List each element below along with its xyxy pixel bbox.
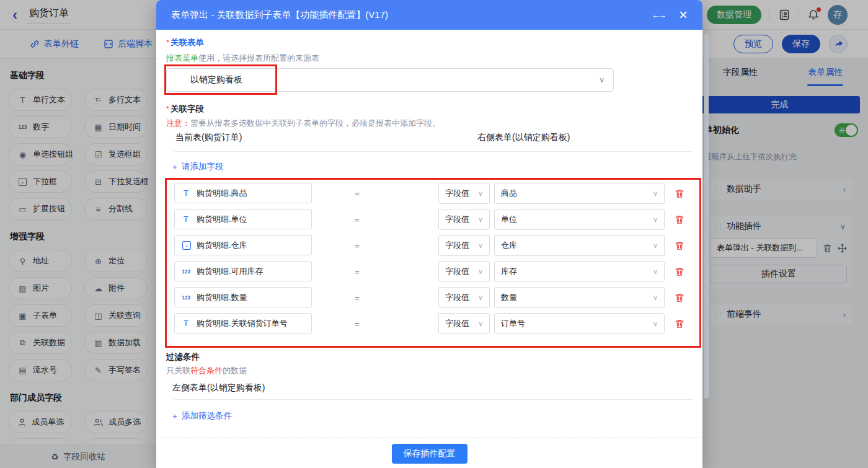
mapping-source-field[interactable]: 123购货明细.可用库存 [174, 261, 312, 281]
mapping-target-select[interactable]: 数量∨ [494, 287, 665, 308]
trash-icon [675, 293, 684, 302]
mapping-mode-select[interactable]: 字段值∨ [438, 313, 490, 334]
trash-icon [675, 241, 684, 250]
hint-red: 符合条件 [190, 366, 223, 375]
note-text: 需要从报表多选数据中关联到子表单的字段，必须是报表中添加字段。 [190, 118, 440, 128]
caret-down-icon: ∨ [478, 268, 483, 276]
plus-icon: + [172, 412, 177, 421]
select-value: 字段值 [445, 266, 469, 277]
equals-sign: = [351, 261, 363, 282]
source-field-label: 购货明细.可用库存 [197, 266, 264, 277]
filter-hint: 只关联符合条件的数据 [166, 365, 247, 376]
select-value: 数量 [501, 292, 517, 303]
equals-sign: = [351, 287, 363, 308]
field-mapping-row: T购货明细.商品=字段值∨商品∨ [156, 183, 702, 204]
caret-down-icon: ∨ [653, 294, 658, 302]
delete-row-button[interactable] [675, 209, 684, 230]
select-value: 字段值 [445, 292, 469, 303]
select-value: 仓库 [501, 240, 517, 251]
related-form-hint: 报表菜单使用，请选择报表所配置的来源表 [166, 53, 319, 64]
mapping-target-select[interactable]: 商品∨ [494, 183, 665, 204]
select-field-icon: ⌄ [182, 241, 191, 250]
select-value: 字段值 [445, 214, 469, 225]
text-field-icon: T [181, 319, 191, 328]
trash-icon [675, 214, 684, 224]
current-table-header: 当前表(购货订单) [175, 132, 242, 143]
trash-icon [675, 267, 684, 276]
scrollbar-thumb[interactable] [704, 34, 709, 399]
related-fields-label: *关联字段 [166, 104, 204, 115]
number-field-icon: 123 [181, 268, 191, 275]
caret-down-icon: ∨ [478, 216, 483, 224]
caret-down-icon: ∨ [478, 190, 483, 198]
select-value: 字段值 [445, 188, 469, 199]
caret-down-icon: ∨ [599, 76, 604, 84]
mapping-target-select[interactable]: 订单号∨ [494, 313, 665, 334]
caret-down-icon: ∨ [653, 268, 658, 276]
add-field-link[interactable]: +请添加字段 [172, 161, 223, 172]
add-filter-link[interactable]: +添加筛选条件 [172, 410, 232, 422]
trash-icon [675, 188, 684, 198]
left-form-header: 左侧表单(以销定购看板) [172, 382, 265, 394]
equals-sign: = [351, 313, 363, 334]
equals-sign: = [351, 209, 363, 230]
trash-icon [675, 319, 684, 329]
required-star: * [166, 38, 169, 47]
expand-horizontal-icon[interactable]: ←→ [652, 10, 664, 20]
source-field-label: 购货明细.数量 [197, 292, 247, 303]
filter-divider [174, 399, 693, 400]
save-plugin-config-button[interactable]: 保存插件配置 [392, 444, 467, 464]
add-filter-label: 添加筛选条件 [182, 410, 232, 422]
hint-gray: 的数据 [223, 366, 247, 375]
modal-header: 表单弹出 - 关联数据到子表单【功能插件配置】(V17) ←→ × [156, 0, 702, 30]
hint-gray: 只关联 [166, 366, 190, 375]
mapping-mode-select[interactable]: 字段值∨ [438, 209, 490, 230]
mapping-target-select[interactable]: 单位∨ [494, 209, 665, 230]
select-value: 字段值 [445, 240, 469, 251]
label-text: 关联表单 [170, 38, 204, 47]
mapping-source-field[interactable]: T购货明细.商品 [174, 183, 312, 203]
delete-row-button[interactable] [675, 261, 684, 282]
caret-down-icon: ∨ [653, 320, 658, 328]
source-field-label: 购货明细.关联销货订单号 [197, 318, 288, 329]
mapping-target-select[interactable]: 库存∨ [494, 261, 665, 282]
note-prefix: 注意： [166, 118, 190, 128]
caret-down-icon: ∨ [653, 242, 658, 250]
mapping-mode-select[interactable]: 字段值∨ [438, 183, 490, 204]
source-field-label: 购货明细.单位 [197, 214, 247, 225]
delete-row-button[interactable] [675, 313, 684, 334]
caret-down-icon: ∨ [478, 294, 483, 302]
mapping-source-field[interactable]: T购货明细.单位 [174, 209, 312, 229]
delete-row-button[interactable] [675, 183, 684, 204]
mapping-mode-select[interactable]: 字段值∨ [438, 235, 490, 256]
source-field-label: 购货明细.仓库 [197, 240, 247, 251]
delete-row-button[interactable] [675, 287, 684, 308]
caret-down-icon: ∨ [653, 216, 658, 224]
right-form-header: 右侧表单(以销定购看板) [477, 132, 570, 143]
close-icon[interactable]: × [679, 7, 688, 22]
field-mapping-row: 123购货明细.数量=字段值∨数量∨ [156, 287, 702, 308]
select-value: 字段值 [445, 318, 469, 329]
caret-down-icon: ∨ [478, 242, 483, 250]
related-form-select[interactable]: 以销定购看板 ∨ [166, 68, 614, 92]
field-mapping-row: T购货明细.关联销货订单号=字段值∨订单号∨ [156, 313, 702, 334]
field-mapping-row: 123购货明细.可用库存=字段值∨库存∨ [156, 261, 702, 282]
select-value: 库存 [501, 266, 517, 277]
mapping-target-select[interactable]: 仓库∨ [494, 235, 665, 256]
caret-down-icon: ∨ [478, 320, 483, 328]
source-field-label: 购货明细.商品 [197, 188, 247, 199]
caret-down-icon: ∨ [653, 190, 658, 198]
mapping-mode-select[interactable]: 字段值∨ [438, 287, 490, 308]
plus-icon: + [172, 162, 177, 172]
delete-row-button[interactable] [675, 235, 684, 256]
modal-title: 表单弹出 - 关联数据到子表单【功能插件配置】(V17) [171, 9, 388, 21]
mapping-source-field[interactable]: ⌄购货明细.仓库 [174, 235, 312, 255]
label-text: 关联字段 [170, 104, 204, 113]
field-mapping-rows: T购货明细.商品=字段值∨商品∨T购货明细.单位=字段值∨单位∨⌄购货明细.仓库… [156, 183, 702, 339]
mapping-source-field[interactable]: T购货明细.关联销货订单号 [174, 313, 312, 333]
plugin-config-modal: 表单弹出 - 关联数据到子表单【功能插件配置】(V17) ←→ × *关联表单 … [156, 0, 702, 468]
related-form-label: *关联表单 [166, 37, 204, 48]
mapping-mode-select[interactable]: 字段值∨ [438, 261, 490, 282]
mapping-source-field[interactable]: 123购货明细.数量 [174, 287, 312, 307]
number-field-icon: 123 [181, 294, 191, 301]
